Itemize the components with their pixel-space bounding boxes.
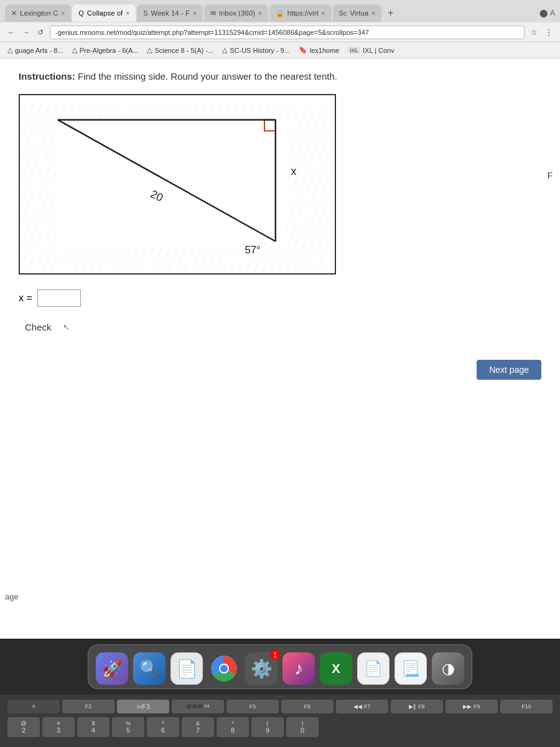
browser-frame: ✕ Lexington C × Q Collapse of × S Week 1… <box>0 0 560 59</box>
cursor-icon: ↖ <box>63 322 70 332</box>
key-percent-5[interactable]: % 5 <box>112 717 144 737</box>
key-dollar-4[interactable]: $ 4 <box>77 717 110 737</box>
tab-lexington[interactable]: ✕ Lexington C × <box>5 4 71 22</box>
back-button[interactable]: ← <box>5 27 17 38</box>
tab-close-2[interactable]: × <box>126 10 129 17</box>
dock-item-music[interactable]: ♪ <box>282 652 315 685</box>
address-text: -genius.mrooms.net/mod/quiz/attempt.php?… <box>55 29 369 36</box>
triangle-diagram: 20 57° x <box>19 94 336 275</box>
fn-f4-key[interactable]: ⬛⬛⬛ F4 <box>172 700 224 713</box>
bookmark-lex1home[interactable]: 🔖 lex1home <box>296 45 342 55</box>
tab-close-6[interactable]: × <box>371 10 375 17</box>
launchpad-icon: 🚀 <box>102 659 122 679</box>
fn-f6-key[interactable]: F6 <box>281 700 334 713</box>
page-label: age <box>5 592 19 601</box>
bookmark-label-4: SC-US History - 9... <box>230 47 290 54</box>
svg-point-11 <box>220 665 228 672</box>
refresh-button[interactable]: ↺ <box>35 27 46 38</box>
fn-f3-key[interactable]: 20 F3 <box>117 700 169 713</box>
dock-item-doc2[interactable]: 📃 <box>394 652 427 685</box>
bookmark-science[interactable]: △ Science 8 - 5(A) -... <box>144 45 216 55</box>
check-button[interactable]: Check <box>19 319 58 335</box>
address-bar[interactable]: -genius.mrooms.net/mod/quiz/attempt.php?… <box>50 26 525 39</box>
answer-row: x = <box>19 289 541 307</box>
tab-virtual[interactable]: Sc Virtua × <box>333 4 382 22</box>
app2-icon: ◑ <box>442 660 455 677</box>
menu-icon[interactable]: ⋮ <box>543 27 555 38</box>
instructions-label: Instructions: <box>19 71 75 82</box>
key-bot-7: 7 <box>196 727 200 734</box>
key-top-dollar: $ <box>91 721 95 726</box>
bookmark-label-2: Pre-Algebra - 6(A... <box>80 47 139 54</box>
fn-brightness-down-key[interactable]: ☀ <box>7 700 60 713</box>
tab-collapse[interactable]: Q Collapse of × <box>72 4 136 22</box>
settings-icon: ⚙️ <box>251 659 273 679</box>
next-page-button[interactable]: Next page <box>477 360 541 380</box>
dock-item-app2[interactable]: ◑ <box>432 652 464 685</box>
window-controls: ⬤ A <box>539 9 555 17</box>
forward-button[interactable]: → <box>20 27 32 38</box>
tab-inbox[interactable]: ✉ Inbox (360) × <box>204 4 268 22</box>
bookmark-ixl[interactable]: IXL IXL | Conv <box>345 46 396 55</box>
bookmark-history[interactable]: △ SC-US History - 9... <box>220 45 292 55</box>
fn-f10-key[interactable]: F10 <box>500 700 553 713</box>
tab-week14[interactable]: S Week 14 - F × <box>137 4 203 22</box>
mac-dock-area: 🚀 🔍 📄 ⚙️ 1 <box>0 639 560 695</box>
bookmark-label-6: IXL | Conv <box>363 47 394 54</box>
bookmark-label-5: lex1home <box>310 47 340 54</box>
tab-close-3[interactable]: × <box>193 10 197 17</box>
tab-bar: ✕ Lexington C × Q Collapse of × S Week 1… <box>0 0 560 22</box>
dock-item-launchpad[interactable]: 🚀 <box>96 652 128 685</box>
key-star-8[interactable]: * 8 <box>217 717 249 737</box>
tab-label-6: Virtua <box>350 9 368 17</box>
bookmark-icon-3: △ <box>147 46 152 54</box>
key-caret-6[interactable]: ^ 6 <box>147 717 179 737</box>
dock-item-chrome[interactable] <box>208 652 240 685</box>
tab-icon-4: ✉ <box>210 9 216 17</box>
tab-close-1[interactable]: × <box>61 10 65 17</box>
key-hash-3[interactable]: # 3 <box>42 717 75 737</box>
fn-key-row: ☀ F2 20 F3 ⬛⬛⬛ F4 F5 F6 ◀◀ F7 ▶‖ F8 ▶▶ F… <box>7 700 553 713</box>
bookmark-icon-2: △ <box>72 46 77 54</box>
dock-item-doc1[interactable]: 📄 <box>357 652 390 685</box>
fn-f5-key[interactable]: F5 <box>226 700 279 713</box>
fn-f9-key[interactable]: ▶▶ F9 <box>446 700 498 713</box>
chrome-svg-icon <box>211 655 237 682</box>
key-amp-7[interactable]: & 7 <box>182 717 214 737</box>
tab-label-1: Lexington C <box>20 9 58 17</box>
bookmark-label-3: Science 8 - 5(A) -... <box>154 47 213 54</box>
dock-item-excel[interactable]: X <box>320 652 352 685</box>
dock-item-notes[interactable]: 📄 <box>170 652 203 685</box>
key-top-caret: ^ <box>162 721 164 726</box>
tab-icon-6: Sc <box>339 9 347 17</box>
dock-item-finder[interactable]: 🔍 <box>133 652 166 685</box>
tab-close-4[interactable]: × <box>258 10 262 17</box>
dock-item-settings[interactable]: ⚙️ 1 <box>245 652 278 685</box>
bookmark-arts[interactable]: △ guage Arts - 8... <box>5 45 66 55</box>
key-at-2[interactable]: @ 2 <box>7 717 40 737</box>
new-tab-button[interactable]: + <box>383 5 398 21</box>
right-f-label: F <box>547 171 553 181</box>
next-page-container: Next page <box>19 360 541 380</box>
tab-icon-2: Q <box>78 9 84 17</box>
window-icon-1: ⬤ <box>539 9 548 17</box>
tab-https[interactable]: 🔒 https://virt × <box>269 4 332 22</box>
key-close-0[interactable]: ) 0 <box>286 717 319 737</box>
address-bar-row: ← → ↺ -genius.mrooms.net/mod/quiz/attemp… <box>0 22 560 42</box>
fn-f2-key[interactable]: F2 <box>62 700 114 713</box>
bookmark-prealgebra[interactable]: △ Pre-Algebra - 6(A... <box>70 45 141 55</box>
window-icon-2: A <box>550 9 555 17</box>
tab-label-4: Inbox (360) <box>219 9 255 17</box>
bookmark-label-1: guage Arts - 8... <box>15 47 63 54</box>
fn-f7-key[interactable]: ◀◀ F7 <box>336 700 388 713</box>
star-icon[interactable]: ☆ <box>528 27 540 38</box>
nav-buttons: ← → ↺ <box>5 27 46 38</box>
answer-input[interactable] <box>37 289 81 307</box>
notes-icon: 📄 <box>176 659 198 679</box>
check-button-label: Check <box>25 322 52 332</box>
tab-close-5[interactable]: × <box>322 10 325 17</box>
fn-f8-key[interactable]: ▶‖ F8 <box>391 700 443 713</box>
excel-icon: X <box>332 662 340 676</box>
key-open-9[interactable]: ( 9 <box>251 717 284 737</box>
instructions-text: Instructions: Find the missing side. Rou… <box>19 71 541 82</box>
